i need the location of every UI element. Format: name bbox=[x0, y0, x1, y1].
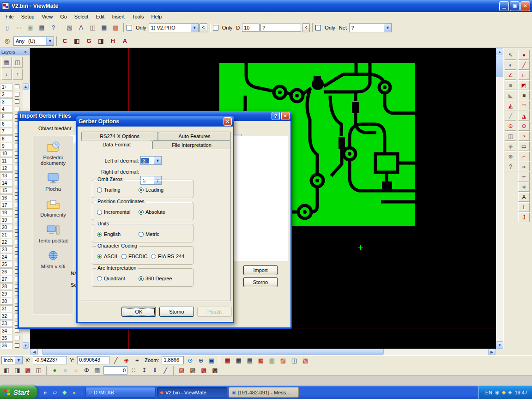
dot-grid-icon[interactable]: ∷ bbox=[129, 366, 139, 375]
open-file-icon[interactable]: ▱ bbox=[13, 22, 24, 33]
horizontal-scroll-track[interactable] bbox=[38, 349, 488, 355]
scroll-down-icon[interactable]: ▼ bbox=[496, 341, 503, 349]
corner-tool-icon[interactable]: ◣ bbox=[505, 91, 516, 100]
pattern-black2-icon[interactable]: ▩ bbox=[210, 366, 220, 375]
draw-filled-rect-icon[interactable]: ■ bbox=[518, 91, 530, 100]
start-button[interactable]: Start bbox=[0, 386, 37, 399]
scroll-up-icon[interactable]: ▲ bbox=[496, 48, 503, 55]
radio-metric[interactable]: Metric bbox=[139, 231, 159, 237]
menu-item[interactable]: Help bbox=[148, 13, 166, 20]
mirror-view-icon[interactable]: ◫ bbox=[34, 366, 43, 375]
pattern-black-icon[interactable]: ▨ bbox=[188, 366, 198, 375]
layers-panel-close-icon[interactable]: × bbox=[23, 49, 28, 54]
layer-config-icon[interactable]: ◫ bbox=[12, 57, 23, 68]
zoom-tool-icon[interactable]: ⊙ bbox=[185, 356, 195, 365]
layer-table-icon[interactable]: ▦ bbox=[1, 57, 12, 68]
layers-scroll-down-icon[interactable]: ▼ bbox=[23, 342, 29, 349]
any-filter-combo[interactable]: Any (U) ▼ bbox=[13, 36, 54, 46]
draw-line-icon[interactable]: ╱ bbox=[518, 60, 530, 70]
dcode-filter-input[interactable] bbox=[260, 24, 301, 32]
origin-icon[interactable]: ⊕ bbox=[121, 356, 131, 365]
draw-star-icon[interactable]: ∗ bbox=[518, 182, 530, 192]
layer-visibility-checkbox[interactable] bbox=[15, 343, 19, 348]
deselect-circle-icon[interactable]: ○ bbox=[71, 366, 81, 375]
menu-item[interactable]: Edit bbox=[92, 13, 108, 20]
edit-layers-icon[interactable]: ◨ bbox=[12, 366, 22, 375]
pointer-tool-icon[interactable]: ↖ bbox=[505, 50, 516, 60]
pattern-red-icon[interactable]: ▨ bbox=[177, 366, 187, 375]
scroll-left-icon[interactable]: ◀ bbox=[30, 349, 38, 355]
rotation-input[interactable] bbox=[103, 366, 127, 375]
radio-quadrant[interactable]: Quadrant bbox=[97, 276, 125, 281]
restore-button[interactable]: ▣ bbox=[510, 1, 520, 11]
tab-auto-features[interactable]: Auto Features bbox=[158, 132, 231, 140]
combo-arrow-icon[interactable]: ▼ bbox=[46, 37, 54, 45]
diagonal-tool-icon[interactable]: ╱ bbox=[161, 366, 170, 375]
fill-grid-icon[interactable]: ▨ bbox=[278, 356, 288, 365]
slant-line-icon[interactable]: ╱ bbox=[505, 111, 516, 121]
pattern-red2-icon[interactable]: ▩ bbox=[199, 366, 209, 375]
flip-view-icon[interactable]: ◧ bbox=[2, 366, 12, 375]
dcode-grid-icon[interactable]: ▦ bbox=[223, 356, 232, 365]
minimize-button[interactable]: ▁ bbox=[499, 1, 509, 11]
mirror-shape-icon[interactable]: ◭ bbox=[505, 101, 516, 110]
diamond-tool-icon[interactable]: ◈ bbox=[505, 141, 516, 151]
dcode-c-icon[interactable]: C bbox=[60, 36, 70, 46]
aperture-icon[interactable]: ◎ bbox=[2, 36, 12, 46]
antivirus-tray-icon[interactable]: ◆ bbox=[502, 389, 506, 395]
place-network[interactable]: Místa v síti bbox=[33, 250, 73, 269]
j-shape-tool-icon[interactable]: J bbox=[518, 212, 530, 222]
net-grid-icon[interactable]: ▩ bbox=[256, 356, 266, 365]
swap-layers-icon[interactable]: ◧ bbox=[72, 36, 82, 46]
radio-english[interactable]: English bbox=[97, 231, 121, 237]
menu-item[interactable]: Tools bbox=[128, 13, 148, 20]
only-net-checkbox[interactable] bbox=[315, 25, 321, 30]
save-file-icon[interactable]: ▣ bbox=[25, 22, 36, 33]
radio-absolute[interactable]: Absolute bbox=[139, 209, 165, 215]
layer-visibility-checkbox[interactable] bbox=[15, 99, 19, 104]
move-layer-up-icon[interactable]: ↑ bbox=[12, 69, 23, 80]
print-icon[interactable]: ▤ bbox=[36, 22, 47, 33]
layers-panel-titlebar[interactable]: Layers × bbox=[0, 48, 30, 55]
messenger-tray-icon[interactable]: ◈ bbox=[508, 389, 512, 395]
draw-circle-icon[interactable]: ⊙ bbox=[518, 121, 530, 131]
explorer-quick-launch-icon[interactable]: ▱ bbox=[51, 388, 59, 396]
vertical-scroll-thumb[interactable] bbox=[496, 56, 503, 77]
canvas-vertical-scrollbar[interactable]: ▲ ▼ bbox=[496, 48, 503, 349]
new-file-icon[interactable]: ▯ bbox=[2, 22, 12, 33]
task-viewmate[interactable]: ◆ V2.bin - ViewMate bbox=[157, 387, 227, 398]
layer-visibility-checkbox[interactable] bbox=[15, 92, 19, 97]
mask-grid-icon[interactable]: ◫ bbox=[289, 356, 299, 365]
gerber-cancel-button[interactable]: Storno bbox=[159, 307, 194, 317]
anchor-down-icon[interactable]: ↧ bbox=[139, 366, 149, 375]
text-tool-icon[interactable]: A bbox=[518, 192, 530, 202]
layer-visibility-checkbox[interactable] bbox=[15, 336, 19, 340]
radio-eia-rs244[interactable]: EIA RS-244 bbox=[151, 254, 184, 259]
copy-layer-icon[interactable]: ◫ bbox=[505, 131, 516, 141]
app-quick-launch-icon[interactable]: ◆ bbox=[60, 388, 68, 396]
context-help-icon[interactable]: ? bbox=[48, 22, 59, 33]
radio-trailing[interactable]: Trailing bbox=[97, 187, 121, 193]
select-circle-icon[interactable]: ○ bbox=[60, 366, 70, 375]
radio-incremental[interactable]: Incremental bbox=[97, 209, 130, 215]
network-tray-icon[interactable]: ◉ bbox=[495, 389, 500, 395]
draw-half-plane-icon[interactable]: ◩ bbox=[518, 80, 530, 90]
menu-item[interactable]: View bbox=[38, 13, 56, 20]
l-shape-tool-icon[interactable]: L bbox=[518, 202, 530, 212]
browser-quick-launch-icon[interactable]: ● bbox=[70, 388, 78, 396]
task-mlab[interactable]: ▱ D:\MLAB bbox=[85, 387, 156, 398]
menu-item[interactable]: Go bbox=[56, 13, 71, 20]
menu-item[interactable]: File bbox=[2, 13, 18, 20]
combo-arrow-icon[interactable]: ▼ bbox=[191, 24, 198, 32]
radio-ebcdic[interactable]: EBCDIC bbox=[121, 254, 148, 259]
close-button[interactable]: ✕ bbox=[520, 1, 530, 11]
import-cancel-button[interactable]: Storno bbox=[243, 277, 278, 287]
menu-item[interactable]: Insert bbox=[108, 13, 128, 20]
combo-arrow-icon[interactable]: ▼ bbox=[154, 157, 161, 164]
combo-arrow-icon[interactable]: ▼ bbox=[15, 357, 22, 364]
select-area-icon[interactable]: ▧ bbox=[64, 22, 75, 33]
gerber-options-titlebar[interactable]: Gerber Options ✕ bbox=[76, 116, 234, 127]
draw-polyline-icon[interactable]: ∟ bbox=[518, 70, 530, 80]
measure-distance-icon[interactable]: ╱ bbox=[111, 356, 121, 365]
layer-combo[interactable]: 1) V2.PHO ▼ bbox=[149, 23, 199, 32]
